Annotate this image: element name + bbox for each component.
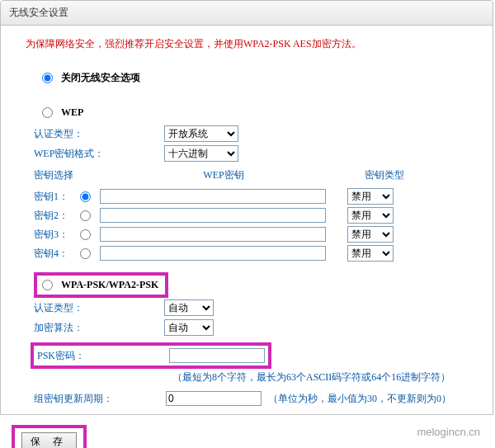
- wep-key2-type[interactable]: 禁用: [347, 207, 394, 224]
- wep-key1-radio[interactable]: [80, 191, 91, 202]
- wpa-algo-label: 加密算法：: [34, 321, 108, 335]
- wep-key3-type[interactable]: 禁用: [347, 226, 394, 243]
- group-key-row: 组密钥更新周期： （单位为秒，最小值为30，不更新则为0）: [1, 386, 493, 414]
- wep-key1-type[interactable]: 禁用: [347, 188, 394, 205]
- wep-key-row-1: 密钥1： 禁用: [34, 188, 493, 205]
- radio-disable-security[interactable]: [42, 73, 53, 83]
- wep-key-row-2: 密钥2： 禁用: [34, 207, 493, 224]
- radio-wep-label: WEP: [61, 106, 83, 119]
- wep-type-col-header: 密钥类型: [347, 168, 422, 182]
- wep-key3-input[interactable]: [100, 227, 326, 242]
- wep-key1-label: 密钥1：: [34, 190, 68, 204]
- settings-panel: 无线安全设置 为保障网络安全，强烈推荐开启安全设置，并使用WPA2-PSK AE…: [0, 0, 493, 415]
- wep-key-row-3: 密钥3： 禁用: [34, 226, 493, 243]
- wep-key-header: 密钥选择 WEP密钥 密钥类型: [34, 165, 493, 186]
- wep-key4-type[interactable]: 禁用: [347, 245, 394, 262]
- wpa-auth-select[interactable]: 自动: [164, 299, 214, 316]
- wep-key2-label: 密钥2：: [34, 209, 68, 223]
- wpa-section: WPA-PSK/WPA2-PSK 认证类型： 自动 加密算法： 自动 PSK密码…: [1, 264, 493, 414]
- wep-key-col-header: WEP密钥: [100, 168, 347, 182]
- wpa-auth-label: 认证类型：: [34, 301, 108, 315]
- psk-hint: （最短为8个字符，最长为63个ASCII码字符或64个16进制字符）: [172, 369, 493, 386]
- wep-key-select-header: 密钥选择: [34, 168, 100, 182]
- security-notice: 为保障网络安全，强烈推荐开启安全设置，并使用WPA2-PSK AES加密方法。: [1, 26, 493, 66]
- wep-key4-label: 密钥4：: [34, 247, 68, 261]
- wep-auth-select[interactable]: 开放系统: [164, 125, 238, 142]
- wpa-auth-row: 认证类型： 自动: [1, 298, 493, 318]
- wep-key-table: 密钥选择 WEP密钥 密钥类型 密钥1： 禁用 密钥2： 禁用 密钥3：: [34, 165, 493, 262]
- psk-row: PSK密码：: [31, 342, 493, 369]
- psk-password-input[interactable]: [169, 348, 265, 363]
- wep-format-select[interactable]: 十六进制: [164, 145, 238, 162]
- wep-key1-input[interactable]: [100, 189, 326, 204]
- radio-wpa-label: WPA-PSK/WPA2-PSK: [61, 279, 158, 291]
- highlight-wpa-radio: WPA-PSK/WPA2-PSK: [34, 272, 168, 298]
- group-key-label: 组密钥更新周期：: [34, 392, 166, 406]
- highlight-psk: PSK密码：: [31, 342, 271, 369]
- watermark: melogincn.cn: [417, 426, 480, 438]
- wep-key2-radio[interactable]: [80, 210, 91, 221]
- wep-key3-radio[interactable]: [80, 229, 91, 240]
- psk-label: PSK密码：: [37, 349, 169, 363]
- wep-key3-label: 密钥3：: [34, 228, 68, 242]
- save-button[interactable]: 保 存: [21, 432, 77, 448]
- highlight-save: 保 存: [12, 425, 87, 448]
- radio-disable-label: 关闭无线安全选项: [61, 71, 140, 85]
- wpa-algo-row: 加密算法： 自动: [1, 318, 493, 337]
- group-key-unit: （单位为秒，最小值为30，不更新则为0）: [268, 392, 451, 406]
- wep-key4-radio[interactable]: [80, 248, 91, 259]
- group-key-input[interactable]: [166, 391, 262, 406]
- radio-row-wep: WEP: [1, 101, 493, 124]
- wep-key4-input[interactable]: [100, 246, 326, 261]
- panel-header: 无线安全设置: [1, 1, 493, 26]
- page-title: 无线安全设置: [9, 7, 68, 18]
- wep-key2-input[interactable]: [100, 208, 326, 223]
- wep-auth-label: 认证类型：: [34, 127, 108, 141]
- wpa-algo-select[interactable]: 自动: [164, 319, 214, 336]
- wep-format-row: WEP密钥格式： 十六进制: [1, 144, 493, 163]
- wep-auth-row: 认证类型： 开放系统: [1, 124, 493, 144]
- wep-format-label: WEP密钥格式：: [34, 147, 108, 161]
- wep-key-row-4: 密钥4： 禁用: [34, 245, 493, 262]
- radio-wep[interactable]: [42, 107, 53, 118]
- radio-wpa-psk[interactable]: [42, 280, 53, 290]
- radio-row-disable: 关闭无线安全选项: [1, 66, 493, 90]
